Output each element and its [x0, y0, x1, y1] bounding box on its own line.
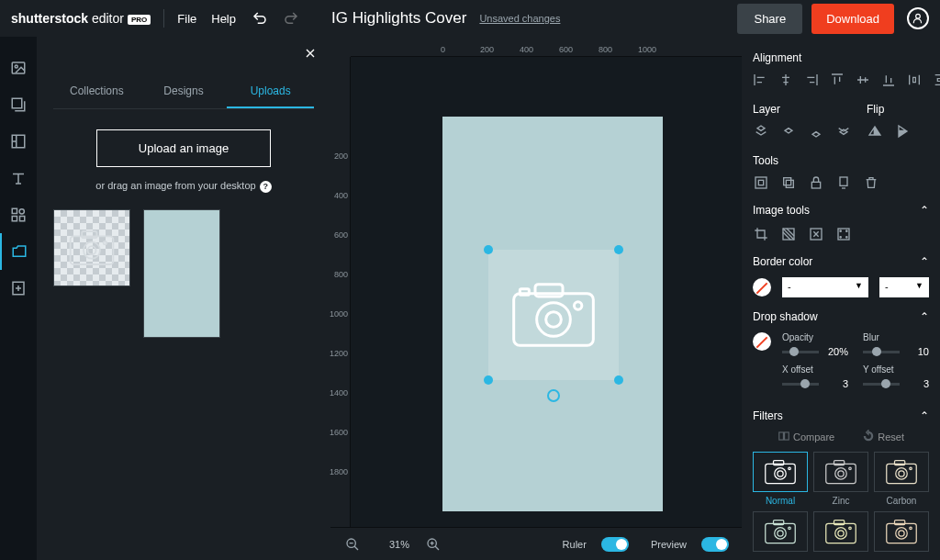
compare-button[interactable]: Compare [778, 430, 834, 442]
help-hint-icon[interactable]: ? [260, 181, 272, 193]
filter-zinc[interactable]: Zinc [813, 452, 868, 506]
flip-vertical-icon[interactable] [894, 123, 911, 140]
border-width-select[interactable]: - [879, 277, 929, 297]
yoffset-value: 3 [905, 378, 929, 389]
rail-uploads-icon[interactable] [0, 233, 37, 270]
svg-point-44 [835, 468, 847, 480]
layer-to-back-icon[interactable] [835, 123, 852, 140]
filters-header[interactable]: Filters⌃ [753, 406, 929, 426]
align-top-icon[interactable] [830, 72, 845, 88]
ruler-horizontal: 02004006008001000 [351, 37, 742, 57]
rail-canvas-icon[interactable] [0, 86, 37, 123]
filter-more-1[interactable] [753, 511, 808, 555]
zoom-out-icon[interactable] [343, 535, 362, 554]
tab-designs[interactable]: Designs [140, 75, 228, 108]
reset-button[interactable]: Reset [862, 430, 904, 442]
border-color-swatch[interactable] [753, 278, 771, 297]
align-left-icon[interactable] [753, 72, 767, 88]
yoffset-slider[interactable] [863, 383, 900, 386]
align-center-h-icon[interactable] [778, 72, 793, 88]
file-menu[interactable]: File [177, 12, 196, 26]
flip-horizontal-icon[interactable] [867, 123, 883, 140]
svg-rect-52 [766, 523, 796, 543]
upload-thumb-1[interactable] [53, 209, 130, 286]
upload-thumbnails [53, 209, 314, 338]
upload-image-button[interactable]: Upload an image [96, 129, 271, 167]
filter-carbon[interactable]: Carbon [874, 452, 929, 506]
shadow-color-swatch[interactable] [753, 332, 771, 351]
ruler-toggle[interactable] [601, 537, 629, 552]
document-title[interactable]: IG Highlights Cover [331, 9, 466, 28]
preview-toggle[interactable] [701, 537, 729, 552]
svg-point-11 [84, 242, 100, 259]
opacity-slider[interactable] [782, 351, 819, 353]
rotate-handle[interactable] [547, 389, 560, 402]
lock-icon[interactable] [808, 174, 824, 191]
rail-layouts-icon[interactable] [0, 123, 37, 160]
distribute-v-icon[interactable] [933, 72, 940, 88]
border-color-header[interactable]: Border color⌃ [753, 252, 929, 272]
group-icon[interactable] [753, 174, 769, 191]
share-button[interactable]: Share [737, 4, 802, 34]
align-middle-v-icon[interactable] [856, 72, 870, 88]
redo-icon[interactable] [282, 9, 300, 28]
divider [163, 9, 164, 28]
layer-title: Layer [753, 103, 852, 116]
layer-forward-icon[interactable] [780, 123, 797, 140]
filter-normal[interactable]: Normal [753, 452, 808, 506]
copy-style-icon[interactable] [835, 174, 852, 191]
selected-element[interactable] [488, 250, 619, 380]
camera-icon [508, 277, 599, 353]
chevron-up-icon: ⌃ [920, 409, 929, 422]
svg-point-60 [838, 531, 844, 536]
drop-shadow-header[interactable]: Drop shadow⌃ [753, 307, 929, 327]
svg-rect-7 [12, 217, 17, 221]
rail-text-icon[interactable] [0, 160, 37, 196]
rail-images-icon[interactable] [0, 50, 37, 86]
rail-elements-icon[interactable] [0, 196, 37, 233]
blur-slider[interactable] [863, 351, 900, 353]
canvas-area[interactable] [351, 57, 742, 527]
unsaved-changes-link[interactable]: Unsaved changes [479, 13, 560, 24]
filter-more-2[interactable] [813, 511, 868, 555]
tab-collections[interactable]: Collections [53, 75, 140, 108]
resize-handle-tl[interactable] [484, 245, 493, 254]
border-style-select[interactable]: - [782, 277, 868, 297]
resize-handle-bl[interactable] [484, 375, 493, 385]
download-button[interactable]: Download [811, 4, 894, 34]
align-bottom-icon[interactable] [881, 72, 896, 88]
chevron-up-icon: ⌃ [920, 204, 929, 217]
delete-icon[interactable] [863, 174, 879, 191]
layer-backward-icon[interactable] [808, 123, 824, 140]
align-right-icon[interactable] [804, 72, 819, 88]
pro-badge: PRO [128, 15, 151, 25]
svg-point-13 [104, 241, 107, 245]
upload-thumb-2[interactable] [143, 209, 220, 338]
xoffset-slider[interactable] [782, 383, 819, 386]
account-icon[interactable] [907, 7, 929, 29]
remove-bg-icon[interactable] [780, 226, 797, 242]
filter-more-3[interactable] [874, 511, 929, 555]
help-menu[interactable]: Help [211, 12, 236, 26]
svg-point-41 [789, 467, 791, 470]
image-tools-header[interactable]: Image tools⌃ [753, 200, 929, 220]
fill-icon[interactable] [835, 226, 852, 242]
svg-rect-57 [826, 523, 856, 543]
duplicate-icon[interactable] [780, 174, 797, 191]
close-panel-icon[interactable] [303, 46, 318, 61]
layer-to-front-icon[interactable] [753, 123, 769, 140]
zoom-in-icon[interactable] [424, 535, 442, 554]
svg-point-51 [910, 467, 912, 470]
svg-point-50 [899, 471, 904, 476]
left-rail [0, 37, 37, 560]
distribute-h-icon[interactable] [907, 72, 922, 88]
resize-handle-br[interactable] [614, 375, 623, 385]
rail-add-page-icon[interactable] [0, 270, 37, 307]
undo-icon[interactable] [251, 9, 269, 28]
resize-handle-tr[interactable] [614, 245, 623, 254]
crop-icon[interactable] [753, 226, 769, 242]
svg-rect-14 [514, 294, 594, 346]
fit-icon[interactable] [808, 226, 824, 242]
svg-rect-26 [811, 182, 820, 188]
tab-uploads[interactable]: Uploads [227, 75, 314, 108]
